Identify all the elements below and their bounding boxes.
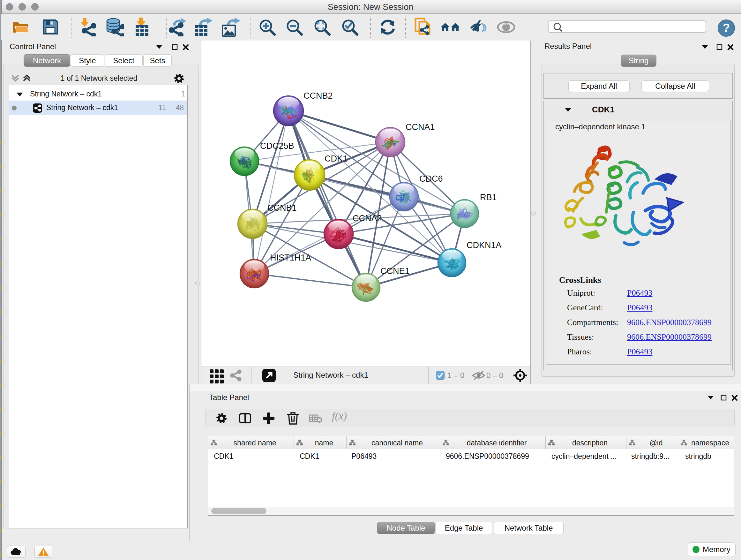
svg-text:?: ? xyxy=(723,21,730,35)
svg-text:HIST1H1A: HIST1H1A xyxy=(270,253,311,262)
svg-text:CCNE1: CCNE1 xyxy=(381,266,410,276)
svg-text:RB1: RB1 xyxy=(480,192,497,202)
svg-text:CCNA1: CCNA1 xyxy=(406,122,435,132)
svg-text:CDK1: CDK1 xyxy=(325,154,347,164)
svg-text:CCNB2: CCNB2 xyxy=(304,91,333,101)
svg-text:CCNB1: CCNB1 xyxy=(267,203,297,212)
svg-text:CDC25B: CDC25B xyxy=(260,141,294,151)
svg-text:CDKN1A: CDKN1A xyxy=(467,240,502,250)
svg-text:CDC6: CDC6 xyxy=(419,174,443,184)
svg-text:CCNA2: CCNA2 xyxy=(353,213,382,223)
